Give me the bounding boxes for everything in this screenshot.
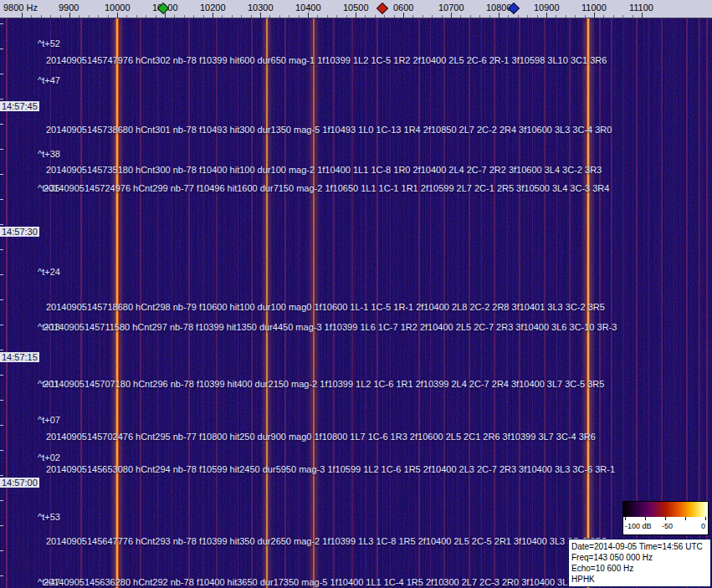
info-echo-line: Echo=10 600 Hz bbox=[571, 563, 710, 574]
echo-log-line: 20140905145724976 hCnt299 nb-77 f10496 h… bbox=[44, 183, 609, 193]
echo-time-marker: ^t+38 bbox=[38, 149, 60, 159]
waterfall-display: 14:57:45 14:57:30 14:57:15 14:57:00 ^t+5… bbox=[0, 18, 712, 588]
ruler-minor-ticks bbox=[22, 15, 643, 18]
echo-log-line: 20140905145707180 hCnt296 nb-78 f10399 h… bbox=[44, 379, 604, 389]
colorbar-label-max: 0 bbox=[701, 522, 705, 530]
freq-label: 10700 bbox=[438, 3, 464, 13]
time-label: 14:57:45 bbox=[0, 101, 39, 111]
freq-label: 10000 bbox=[105, 3, 131, 13]
echo-log-line: 20140905145702476 hCnt295 nb-77 f10800 h… bbox=[46, 432, 596, 442]
freq-label: 0600 bbox=[393, 3, 413, 13]
freq-label: 10300 bbox=[248, 3, 274, 13]
echo-time-marker: ^t+53 bbox=[38, 512, 60, 522]
colorbar-label-mid: -50 bbox=[662, 522, 673, 530]
echo-log-line: 20140905145647776 hCnt293 nb-78 f10399 h… bbox=[46, 536, 607, 546]
info-date-line: Date=2014-09-05 Time=14:56 UTC bbox=[571, 541, 710, 552]
freq-label: 11000 bbox=[581, 3, 607, 13]
freq-label: 9800 Hz bbox=[3, 3, 38, 13]
time-label: 14:57:15 bbox=[0, 352, 39, 362]
colorbar-ticks bbox=[625, 517, 706, 520]
echo-log-line: 20140905145653080 hCnt294 nb-78 f10599 h… bbox=[46, 464, 615, 474]
intensity-colorbar: -100 dB -50 0 bbox=[622, 501, 709, 535]
colorbar-gradient bbox=[623, 502, 708, 517]
info-station-line: HPHK bbox=[571, 574, 710, 585]
echo-log-line: 20140905145636280 hCnt292 nb-78 f10400 h… bbox=[44, 577, 615, 587]
freq-label: 10200 bbox=[200, 3, 226, 13]
echo-time-marker: ^t+52 bbox=[38, 38, 60, 49]
echo-time-marker: ^t+47 bbox=[38, 75, 60, 85]
echo-time-marker: ^t+07 bbox=[38, 415, 60, 425]
freq-label: 11100 bbox=[629, 3, 653, 13]
echo-log-line: 20140905145738680 hCnt301 nb-78 f10493 h… bbox=[46, 125, 612, 135]
echo-log-line: 20140905145735180 hCnt300 nb-78 f10400 h… bbox=[46, 165, 602, 175]
spectrogram-app: 9800 Hz 9900 10000 10100 10200 10300 104… bbox=[0, 0, 712, 588]
echo-log-line: 20140905145718680 hCnt298 nb-79 f10600 h… bbox=[46, 302, 605, 312]
frequency-ruler: 9800 Hz 9900 10000 10100 10200 10300 104… bbox=[0, 0, 712, 18]
freq-label: 10900 bbox=[534, 3, 560, 13]
time-label: 14:57:30 bbox=[0, 227, 39, 237]
echo-time-marker: ^t+24 bbox=[38, 267, 60, 277]
colorbar-label-min: -100 dB bbox=[625, 522, 652, 530]
info-freq-line: Freq=143 050 000 Hz bbox=[571, 552, 710, 563]
info-overlay: Date=2014-09-05 Time=14:56 UTC Freq=143 … bbox=[568, 539, 711, 587]
freq-label: 9900 bbox=[59, 3, 79, 13]
freq-label: 10400 bbox=[295, 3, 321, 13]
echo-log-line: 20140905145747976 hCnt302 nb-78 f10399 h… bbox=[46, 55, 607, 65]
echo-time-marker: ^t+02 bbox=[38, 453, 60, 463]
freq-label: 10500 bbox=[343, 3, 369, 13]
time-label: 14:57:00 bbox=[0, 478, 39, 488]
faint-spectral-line bbox=[611, 18, 612, 588]
echo-log-line: 20140905145711580 hCnt297 nb-78 f10399 h… bbox=[44, 322, 617, 332]
